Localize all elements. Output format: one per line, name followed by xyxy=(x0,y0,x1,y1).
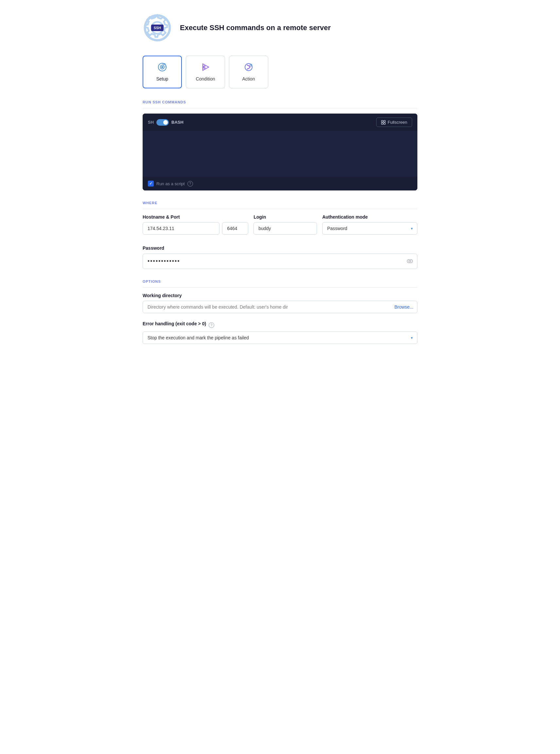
error-handling-help-icon[interactable]: ? xyxy=(209,322,214,328)
svg-point-4 xyxy=(161,66,163,68)
run-script-label: Run as a script xyxy=(156,181,185,186)
code-editor: SH BASH Fullscreen Run as a script ? xyxy=(143,114,417,191)
hostname-label: Hostname & Port xyxy=(143,214,248,219)
code-area[interactable] xyxy=(143,131,417,177)
working-dir-input-wrapper: Browse... xyxy=(143,301,417,313)
action-tab-icon xyxy=(244,62,253,74)
eye-icon[interactable] xyxy=(407,258,413,265)
header: SSH Execute SSH commands on a remote ser… xyxy=(143,13,417,42)
svg-rect-10 xyxy=(381,120,383,122)
error-handling-label: Error handling (exit code > 0) xyxy=(143,321,206,326)
auth-label: Authentication mode xyxy=(322,214,417,219)
svg-rect-13 xyxy=(384,123,385,124)
login-label: Login xyxy=(254,214,317,219)
error-handling-group: Error handling (exit code > 0) ? Stop th… xyxy=(143,321,417,344)
error-handling-select-wrapper: Stop the execution and mark the pipeline… xyxy=(143,331,417,344)
svg-rect-12 xyxy=(381,123,383,124)
tab-condition[interactable]: Condition xyxy=(186,56,225,89)
fullscreen-button[interactable]: Fullscreen xyxy=(376,117,412,127)
svg-point-8 xyxy=(245,63,252,71)
ssh-badge: SSH xyxy=(151,24,164,31)
where-section: WHERE Hostname & Port Login Authenticati… xyxy=(143,201,417,235)
login-input[interactable] xyxy=(254,222,317,235)
password-wrapper xyxy=(143,254,417,269)
where-section-label: WHERE xyxy=(143,201,417,209)
code-footer: Run as a script ? xyxy=(143,177,417,191)
run-as-script-checkbox[interactable] xyxy=(148,181,154,187)
toggle-switch[interactable] xyxy=(156,119,169,125)
condition-tab-icon xyxy=(201,62,210,74)
run-ssh-section-label: RUN SSH COMMANDS xyxy=(143,100,417,108)
svg-point-14 xyxy=(409,260,411,262)
login-field-group: Login xyxy=(254,214,317,235)
tab-action-label: Action xyxy=(242,76,255,81)
options-section: OPTIONS Working directory Browse... Erro… xyxy=(143,279,417,344)
sh-bash-toggle[interactable]: SH BASH xyxy=(148,119,183,125)
port-input[interactable] xyxy=(222,222,248,235)
sh-label: SH xyxy=(148,120,154,125)
fullscreen-label: Fullscreen xyxy=(387,120,407,125)
hostname-inputs xyxy=(143,222,248,235)
bash-label: BASH xyxy=(172,120,183,125)
tab-setup[interactable]: Setup xyxy=(143,56,182,89)
error-handling-select[interactable]: Stop the execution and mark the pipeline… xyxy=(143,331,417,344)
tab-condition-label: Condition xyxy=(196,76,215,81)
working-dir-input[interactable] xyxy=(143,301,417,313)
password-section: Password xyxy=(143,245,417,269)
tab-setup-label: Setup xyxy=(156,76,168,81)
code-toolbar: SH BASH Fullscreen xyxy=(143,114,417,131)
options-section-label: OPTIONS xyxy=(143,279,417,288)
tab-action[interactable]: Action xyxy=(229,56,268,89)
working-dir-label: Working directory xyxy=(143,293,417,298)
hostname-field-group: Hostname & Port xyxy=(143,214,248,235)
browse-button[interactable]: Browse... xyxy=(395,304,414,310)
hostname-input[interactable] xyxy=(143,222,219,235)
setup-tab-icon xyxy=(158,62,167,74)
svg-rect-11 xyxy=(384,120,385,122)
error-handling-label-row: Error handling (exit code > 0) ? xyxy=(143,321,417,329)
run-script-help-icon[interactable]: ? xyxy=(187,181,193,187)
fullscreen-icon xyxy=(381,120,386,125)
password-label: Password xyxy=(143,246,164,251)
tab-bar: Setup Condition Action xyxy=(143,56,417,89)
working-dir-group: Working directory Browse... xyxy=(143,293,417,313)
auth-select-wrapper: Password Private key Agent xyxy=(322,222,417,235)
password-input[interactable] xyxy=(143,254,417,269)
page-title: Execute SSH commands on a remote server xyxy=(180,23,331,32)
auth-field-group: Authentication mode Password Private key… xyxy=(322,214,417,235)
auth-select[interactable]: Password Private key Agent xyxy=(322,222,417,235)
app-icon-wrapper: SSH xyxy=(143,13,172,42)
where-fields-row: Hostname & Port Login Authentication mod… xyxy=(143,214,417,235)
